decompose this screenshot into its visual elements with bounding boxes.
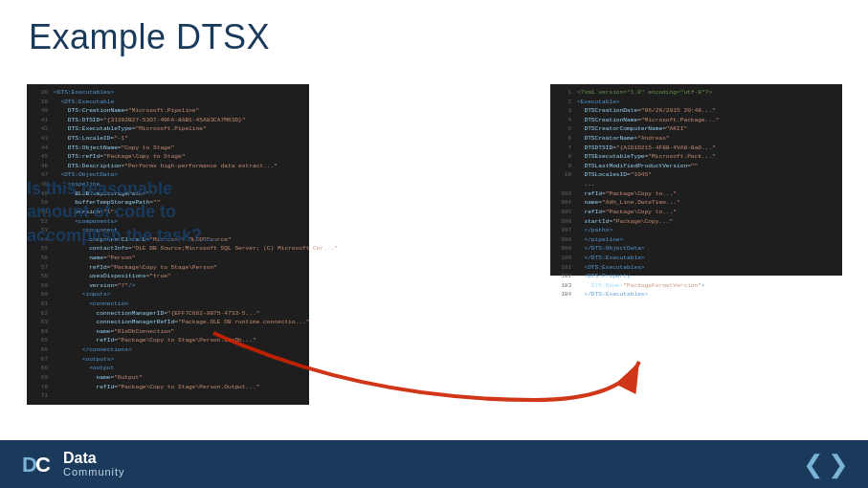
dc-logo-icon: D C xyxy=(19,447,54,481)
page-title: Example DTSX xyxy=(29,17,270,57)
slide: Example DTSX 38<DTS:Executables> 39 <DTS… xyxy=(0,0,868,488)
prev-arrow[interactable]: ❮ xyxy=(803,452,824,477)
navigation-arrows[interactable]: ❮ ❯ xyxy=(803,452,849,477)
logo-area: D C Data Community xyxy=(19,447,125,481)
question-text: Is this reasonable amount of code to acc… xyxy=(27,177,228,247)
right-code-panel: 1<?xml version="1.0" encoding="utf-8"?> … xyxy=(550,84,842,276)
logo-text: Data Community xyxy=(63,451,125,477)
code-area: 38<DTS:Executables> 39 <DTS:Executable 4… xyxy=(27,84,842,429)
bottom-bar: D C Data Community ❮ ❯ xyxy=(0,440,868,488)
svg-text:C: C xyxy=(35,453,51,477)
next-arrow[interactable]: ❯ xyxy=(828,452,849,477)
